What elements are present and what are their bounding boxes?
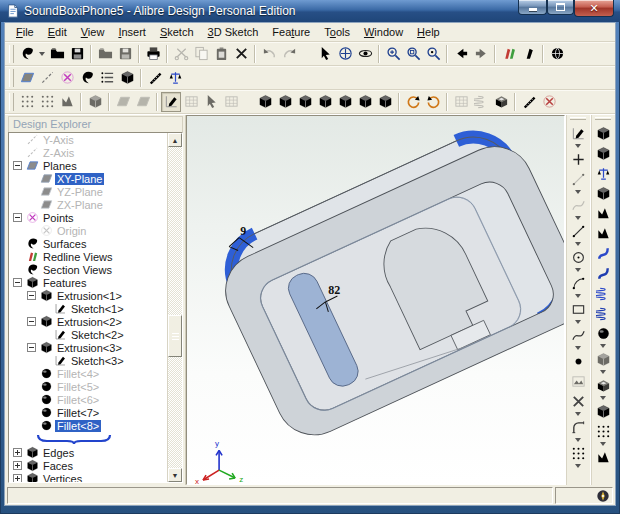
sweep-boss-button[interactable] [592, 203, 614, 223]
sketch-fillet-button-dropdown-arrow[interactable] [575, 438, 581, 442]
collapse-box[interactable] [27, 291, 36, 300]
scrollbar-thumb[interactable] [168, 315, 182, 357]
tree-item-fillet8[interactable]: Fillet<8> [9, 419, 167, 432]
tree-item-sketch3[interactable]: Sketch<3> [9, 354, 167, 367]
draft-feature-button[interactable] [592, 401, 614, 421]
shell-feature-button[interactable] [592, 375, 614, 395]
sketch-mode-button-dropdown-arrow[interactable] [575, 144, 581, 148]
measure-tool-button[interactable] [145, 68, 165, 88]
menu-sketch[interactable]: Sketch [153, 24, 201, 40]
polyline-button-dropdown-arrow[interactable] [575, 216, 581, 220]
chamfer-feature-button-dropdown-arrow[interactable] [600, 370, 606, 374]
equation-editor-button[interactable] [165, 68, 185, 88]
circle-tool-button-dropdown-arrow[interactable] [575, 268, 581, 272]
tree-item-origin[interactable]: Origin [9, 224, 167, 237]
collapse-box[interactable] [27, 343, 36, 352]
view-iso-button[interactable] [255, 92, 275, 112]
menu-help[interactable]: Help [410, 24, 447, 40]
new-workspace-button-dropdown-arrow[interactable] [39, 52, 45, 56]
minimize-button[interactable] [518, 0, 547, 15]
sketch-pattern-button-dropdown-arrow[interactable] [575, 464, 581, 468]
rectangle-tool-button-dropdown-arrow[interactable] [575, 320, 581, 324]
insert-point-button[interactable] [57, 68, 77, 88]
pan-tool[interactable] [335, 44, 355, 64]
sketch-point-button[interactable] [567, 351, 589, 371]
previous-view-button[interactable] [451, 44, 471, 64]
tree-scrollbar[interactable]: ▲ ▼ [167, 133, 182, 482]
toolbar-grip[interactable] [9, 93, 14, 111]
revolve-cut-button[interactable] [592, 183, 614, 203]
feature-pattern-button-dropdown-arrow[interactable] [600, 442, 606, 446]
repository-globe-button[interactable] [547, 44, 567, 64]
part-model[interactable] [206, 118, 564, 447]
rotate-view-ccw-button[interactable] [423, 92, 443, 112]
expand-box[interactable] [13, 474, 22, 482]
insert-axis-button[interactable] [37, 68, 57, 88]
toolbar-grip[interactable] [9, 69, 14, 87]
menu-view[interactable]: View [74, 24, 112, 40]
spline-tool-button-dropdown-arrow[interactable] [575, 346, 581, 350]
tree-item-fillet6[interactable]: Fillet<6> [9, 393, 167, 406]
tree-item-z-axis[interactable]: Z-Axis [9, 146, 167, 159]
collapse-box[interactable] [13, 213, 22, 222]
maximize-button[interactable] [547, 0, 574, 15]
print-button[interactable] [143, 44, 163, 64]
scrollbar-track[interactable] [168, 147, 182, 468]
zoom-extents-tool[interactable] [423, 44, 443, 64]
model-viewport[interactable]: 9 82 y x z [186, 115, 565, 485]
tree-item-y-axis[interactable]: Y-Axis [9, 133, 167, 146]
tree-item-planes[interactable]: Planes [9, 159, 167, 172]
expand-box[interactable] [13, 448, 22, 457]
tree-item-points[interactable]: Points [9, 211, 167, 224]
tree-item-sketch2[interactable]: Sketch<2> [9, 328, 167, 341]
insert-plane-button[interactable] [17, 68, 37, 88]
sketch-pattern-button[interactable] [567, 443, 589, 463]
menu-edit[interactable]: Edit [41, 24, 74, 40]
menu-tools[interactable]: Tools [317, 24, 357, 40]
rectangle-tool-button[interactable] [567, 299, 589, 319]
new-workspace-button[interactable] [17, 44, 37, 64]
sweep-cut-button[interactable] [592, 223, 614, 243]
mirror-3d-button[interactable] [592, 447, 614, 467]
view-left-button[interactable] [315, 92, 335, 112]
view-front-button[interactable] [275, 92, 295, 112]
tree-item-xy-plane[interactable]: XY-Plane [9, 172, 167, 185]
menu-window[interactable]: Window [357, 24, 410, 40]
view-right-button[interactable] [335, 92, 355, 112]
reference-point-button[interactable] [567, 149, 589, 169]
rotate-view-cw-button[interactable] [403, 92, 423, 112]
select-tool[interactable] [315, 44, 335, 64]
save-button[interactable] [67, 44, 87, 64]
tree-item-edges[interactable]: Edges [9, 446, 167, 459]
color-properties-button[interactable] [117, 68, 137, 88]
extrude-boss-button[interactable] [592, 123, 614, 143]
sketch-mode-button[interactable] [567, 123, 589, 143]
tree-item-extrusion1[interactable]: Extrusion<1> [9, 289, 167, 302]
menu-feature[interactable]: Feature [265, 24, 317, 40]
tree-item-fillet5[interactable]: Fillet<5> [9, 380, 167, 393]
tree-item-faces[interactable]: Faces [9, 459, 167, 472]
open-button[interactable] [47, 44, 67, 64]
delete-button[interactable] [231, 44, 251, 64]
loft-boss-button[interactable] [592, 243, 614, 263]
sketch-fillet-button[interactable] [567, 417, 589, 437]
tree-item-yz-plane[interactable]: YZ-Plane [9, 185, 167, 198]
bom-list-button[interactable] [97, 68, 117, 88]
view-back-button[interactable] [295, 92, 315, 112]
revolve-boss-button[interactable] [592, 163, 614, 183]
menu-insert[interactable]: Insert [111, 24, 153, 40]
collapse-box[interactable] [27, 317, 36, 326]
tree-item-surfaces[interactable]: Surfaces [9, 237, 167, 250]
tree-item-vertices[interactable]: Vertices [9, 472, 167, 482]
view-top-button[interactable] [355, 92, 375, 112]
close-button[interactable]: ✕ [574, 0, 614, 17]
spline-tool-button[interactable] [567, 325, 589, 345]
collapse-box[interactable] [13, 278, 22, 287]
tree-item-section-views[interactable]: Section Views [9, 263, 167, 276]
zoom-in-tool[interactable] [383, 44, 403, 64]
tree-item-fillet4[interactable]: Fillet<4> [9, 367, 167, 380]
construction-line-button-dropdown-arrow[interactable] [575, 190, 581, 194]
line-tool-button[interactable] [567, 221, 589, 241]
helix-cut-button[interactable] [592, 303, 614, 323]
tree-item-extrusion3[interactable]: Extrusion<3> [9, 341, 167, 354]
